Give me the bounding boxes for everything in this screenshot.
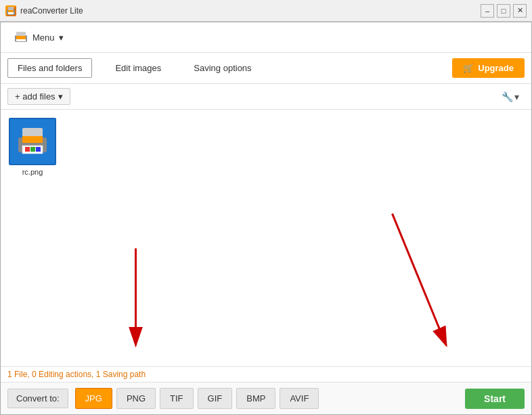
format-btn-tif[interactable]: TIF [160,388,194,409]
file-thumbnail [9,118,56,165]
add-files-dropdown-icon: ▾ [58,91,63,102]
app-title: reaConverter Lite [20,6,83,16]
status-text: 1 File, 0 Editing actions, 1 Saving path [7,370,146,379]
file-preview-svg [16,127,49,156]
file-item[interactable]: rc.png [9,118,56,176]
maximize-button[interactable]: □ [497,4,510,18]
upgrade-button[interactable]: 🛒 Upgrade [452,58,525,78]
close-button[interactable]: ✕ [513,4,527,18]
format-btn-avif[interactable]: AVIF [280,388,319,409]
printer-icon [14,31,28,43]
settings-button[interactable]: 🔧 ▾ [496,89,525,105]
menu-label: Menu [32,32,55,43]
format-btn-bmp[interactable]: BMP [236,388,275,409]
title-bar: reaConverter Lite – □ ✕ [0,0,532,22]
app-icon [5,5,16,16]
convert-label: Convert to: [7,389,68,408]
menu-dropdown-icon: ▾ [59,32,64,43]
tab-edit-images[interactable]: Edit images [106,59,171,77]
start-button[interactable]: Start [465,389,525,409]
file-area: rc.png [1,110,531,366]
format-btn-gif[interactable]: GIF [198,388,233,409]
format-btn-png[interactable]: PNG [116,388,156,409]
svg-rect-3 [8,10,14,12]
title-bar-controls: – □ ✕ [481,4,527,18]
tabs-row: Files and folders Edit images Saving opt… [1,53,531,84]
title-bar-left: reaConverter Lite [5,5,83,16]
add-files-button[interactable]: + add files ▾ [7,88,70,105]
svg-rect-13 [30,147,35,152]
app-window: Menu ▾ Files and folders Edit images Sav… [0,22,532,415]
toolbar: + add files ▾ 🔧 ▾ [1,84,531,110]
menu-bar: Menu ▾ [1,22,531,53]
upgrade-icon: 🛒 [463,63,474,73]
upgrade-label: Upgrade [478,63,514,73]
minimize-button[interactable]: – [481,4,494,18]
wrench-icon: 🔧 [502,91,513,102]
settings-dropdown-icon: ▾ [514,91,519,102]
tab-files-and-folders[interactable]: Files and folders [7,58,92,78]
format-btn-jpg[interactable]: JPG [75,388,112,409]
file-area-container: rc.png [1,110,531,366]
add-files-label: + add files [15,91,56,102]
file-name: rc.png [22,168,43,176]
svg-rect-7 [16,36,26,39]
menu-button[interactable]: Menu ▾ [7,28,70,47]
svg-rect-10 [22,136,43,143]
svg-rect-14 [36,147,41,152]
svg-rect-12 [25,147,30,152]
tab-saving-options[interactable]: Saving options [184,59,261,77]
status-bar: 1 File, 0 Editing actions, 1 Saving path [1,366,531,382]
convert-row: Convert to: JPG PNG TIF GIF BMP AVIF Sta… [1,382,531,414]
